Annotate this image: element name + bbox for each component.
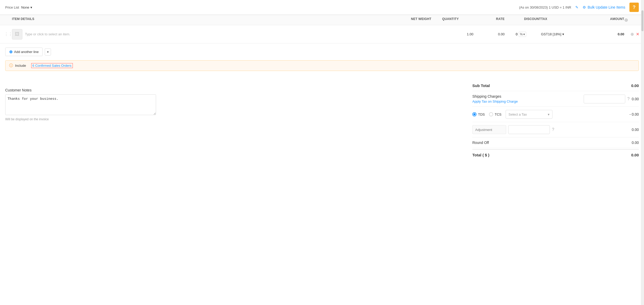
item-details-header: ITEM DETAILS bbox=[12, 17, 411, 23]
tax-cell: GST18 [18%] ▾ bbox=[541, 32, 593, 36]
shipping-charges-input[interactable] bbox=[584, 95, 625, 103]
item-image-placeholder: 🖼 bbox=[12, 29, 22, 39]
row-more-options-button[interactable]: ⊕ bbox=[630, 31, 634, 37]
select-tax-placeholder: Select a Tax bbox=[508, 112, 527, 116]
notes-hint: Will be displayed on the invoice bbox=[5, 117, 457, 121]
tax-header: TAX bbox=[541, 17, 593, 23]
item-select-input[interactable]: Type or click to select an item. bbox=[25, 32, 70, 36]
right-panel: Sub Total 0.00 Shipping Charges Apply Ta… bbox=[462, 75, 644, 165]
amount-cell: 0.00 bbox=[593, 32, 624, 36]
sub-total-value: 0.00 bbox=[631, 83, 639, 88]
top-bar-right: (As on 30/08/2023) 1 USD = 1 INR ✎ ⚙ Bul… bbox=[519, 3, 639, 12]
customer-notes-section: Customer Notes Will be displayed on the … bbox=[5, 88, 457, 121]
shipping-charges-value: 0.00 bbox=[632, 97, 639, 101]
chevron-down-icon: ▾ bbox=[548, 112, 550, 116]
adjustment-left: ? bbox=[472, 125, 554, 134]
shipping-help-icon[interactable]: ? bbox=[627, 97, 630, 101]
chevron-down-icon: ▾ bbox=[523, 32, 525, 36]
adjustment-help-icon[interactable]: ? bbox=[552, 127, 554, 132]
table-row: ⋮⋮ 🖼 Type or click to select an item. 1.… bbox=[0, 25, 644, 43]
edit-icon[interactable]: ✎ bbox=[575, 5, 578, 9]
sub-total-row: Sub Total 0.00 bbox=[472, 80, 639, 91]
tds-label: TDS bbox=[478, 112, 485, 116]
alert-icon: ⓘ bbox=[9, 63, 13, 68]
bulk-update-button[interactable]: ⚙ Bulk Update Line Items bbox=[583, 5, 625, 9]
item-details-cell: 🖼 Type or click to select an item. bbox=[12, 29, 411, 39]
price-list-value: None bbox=[21, 5, 29, 9]
drag-col-header bbox=[4, 17, 12, 23]
round-off-value: 0.00 bbox=[632, 141, 639, 145]
quantity-header: QUANTITY bbox=[442, 17, 473, 23]
top-bar-left: Price List None ▾ bbox=[5, 5, 32, 9]
tds-tcs-left: TDS TCS Select a Tax ▾ bbox=[472, 110, 552, 119]
adjustment-value-input[interactable] bbox=[508, 125, 550, 134]
rate-cell[interactable]: 0.00 bbox=[473, 32, 505, 36]
tds-value: - 0.00 bbox=[629, 112, 639, 116]
add-line-label: Add another line bbox=[14, 50, 39, 54]
discount-type-value: % bbox=[520, 32, 523, 36]
tcs-label: TCS bbox=[495, 112, 501, 116]
discount-header: DISCOUNT bbox=[505, 17, 541, 23]
customer-notes-label: Customer Notes bbox=[5, 88, 457, 92]
tcs-radio-dot bbox=[489, 112, 493, 116]
chevron-down-icon: ▾ bbox=[562, 32, 564, 36]
adjustment-row: ? 0.00 bbox=[472, 122, 639, 137]
adjustment-label-input[interactable] bbox=[472, 125, 506, 134]
row-remove-button[interactable]: ✕ bbox=[635, 31, 640, 37]
sub-total-label: Sub Total bbox=[472, 83, 490, 88]
gear-icon: ⚙ bbox=[583, 5, 586, 9]
alert-bar: ⓘ Include 6 Confirmed Sales Orders bbox=[5, 60, 639, 71]
row-actions: ⊕ ✕ bbox=[624, 31, 640, 37]
select-tax-dropdown[interactable]: Select a Tax ▾ bbox=[506, 110, 552, 119]
shipping-charges-label: Shipping Charges bbox=[472, 94, 518, 98]
discount-type-dropdown[interactable]: % ▾ bbox=[519, 32, 526, 37]
net-weight-header: NET WEIGHT bbox=[411, 17, 442, 23]
tds-radio-dot bbox=[472, 112, 476, 116]
tds-tcs-right: - 0.00 bbox=[629, 112, 639, 116]
total-row: Total ( $ ) 0.00 bbox=[472, 149, 639, 160]
adjustment-value: 0.00 bbox=[632, 128, 639, 132]
amount-header: AMOUNT bbox=[593, 17, 624, 23]
rate-header: RATE bbox=[473, 17, 505, 23]
top-bar: Price List None ▾ (As on 30/08/2023) 1 U… bbox=[0, 0, 644, 15]
bulk-update-label: Bulk Update Line Items bbox=[588, 5, 625, 9]
total-label: Total ( $ ) bbox=[472, 153, 490, 157]
more-options-header-icon[interactable]: ⊕ bbox=[624, 17, 640, 23]
tds-tcs-row: TDS TCS Select a Tax ▾ - 0.00 bbox=[472, 107, 639, 122]
drag-handle[interactable]: ⋮⋮ bbox=[4, 32, 12, 37]
total-value: 0.00 bbox=[631, 153, 639, 157]
totals-section: Sub Total 0.00 Shipping Charges Apply Ta… bbox=[472, 80, 639, 160]
plus-icon: ⊕ bbox=[9, 49, 12, 54]
chevron-down-icon: ▾ bbox=[30, 5, 32, 9]
round-off-label: Round Off bbox=[472, 141, 489, 145]
discount-input[interactable] bbox=[505, 32, 518, 36]
scrollbar[interactable] bbox=[641, 0, 644, 165]
quantity-cell[interactable]: 1.00 bbox=[442, 32, 473, 36]
shipping-charges-row: Shipping Charges Apply Tax on Shipping C… bbox=[472, 91, 639, 107]
apply-tax-link[interactable]: Apply Tax on Shipping Charge bbox=[472, 100, 518, 103]
add-line-button[interactable]: ⊕ Add another line bbox=[5, 48, 43, 56]
add-line-dropdown-button[interactable]: ▾ bbox=[45, 48, 51, 56]
shipping-left: Shipping Charges Apply Tax on Shipping C… bbox=[472, 94, 518, 103]
discount-cell: % ▾ bbox=[505, 32, 541, 37]
help-button[interactable]: ? bbox=[629, 3, 639, 12]
tax-value: GST18 [18%] bbox=[541, 32, 561, 36]
chevron-down-icon: ▾ bbox=[47, 50, 49, 54]
table-header: ITEM DETAILS NET WEIGHT QUANTITY RATE DI… bbox=[0, 15, 644, 25]
shipping-input-group: ? 0.00 bbox=[584, 95, 639, 103]
image-icon: 🖼 bbox=[15, 31, 20, 37]
main-content: Customer Notes Will be displayed on the … bbox=[0, 75, 644, 165]
price-list-dropdown[interactable]: None ▾ bbox=[21, 5, 32, 9]
exchange-rate: (As on 30/08/2023) 1 USD = 1 INR bbox=[519, 5, 571, 9]
tcs-radio-option[interactable]: TCS bbox=[489, 112, 501, 116]
tax-dropdown[interactable]: GST18 [18%] ▾ bbox=[541, 32, 564, 36]
customer-notes-textarea[interactable] bbox=[5, 94, 156, 115]
scrollbar-thumb[interactable] bbox=[641, 10, 643, 31]
bottom-actions: ⊕ Add another line ▾ bbox=[0, 43, 644, 60]
alert-prefix: Include bbox=[15, 64, 26, 68]
confirmed-sales-orders-link[interactable]: 6 Confirmed Sales Orders bbox=[31, 63, 73, 68]
round-off-row: Round Off 0.00 bbox=[472, 137, 639, 148]
tds-radio-option[interactable]: TDS bbox=[472, 112, 485, 116]
price-list-label: Price List bbox=[5, 5, 19, 9]
left-panel: Customer Notes Will be displayed on the … bbox=[0, 75, 462, 165]
